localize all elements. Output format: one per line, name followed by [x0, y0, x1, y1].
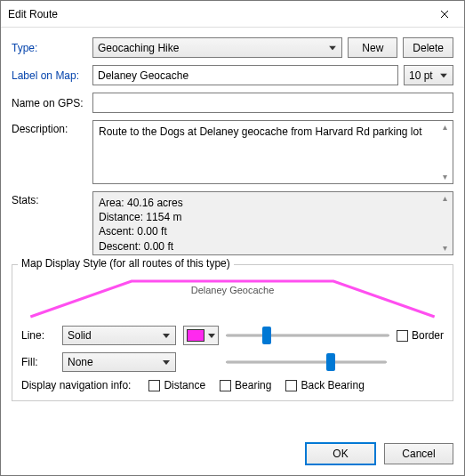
chevron-down-icon [163, 360, 170, 365]
font-size-combo[interactable]: 10 pt [404, 65, 453, 85]
window-title: Edit Route [8, 8, 424, 20]
label-type: Type: [12, 42, 87, 54]
name-on-gps-label: Name on GPS: [12, 97, 87, 109]
slider-thumb[interactable] [326, 353, 335, 371]
chevron-down-icon [163, 334, 170, 338]
scroll-up-icon[interactable]: ▴ [438, 194, 451, 203]
row-type: Type: Geocaching Hike New Delete [12, 37, 453, 58]
title-bar: Edit Route [1, 1, 464, 28]
cancel-button[interactable]: Cancel [384, 443, 453, 464]
description-textarea[interactable]: Route to the Dogs at Delaney geocache fr… [92, 120, 453, 184]
chevron-down-icon [440, 73, 447, 77]
ok-button[interactable]: OK [306, 443, 375, 464]
scroll-down-icon[interactable]: ▾ [438, 244, 451, 253]
checkbox-box [148, 380, 160, 391]
type-combo[interactable]: Geocaching Hike [92, 37, 342, 58]
row-nav-info: Display navigation info: Distance Bearin… [21, 379, 444, 391]
scroll-up-icon[interactable]: ▴ [438, 123, 451, 132]
distance-checkbox[interactable]: Distance [148, 379, 205, 391]
checkbox-box [397, 330, 408, 342]
dialog-body: Type: Geocaching Hike New Delete Label o… [1, 28, 464, 434]
stats-label: Stats: [12, 191, 87, 206]
route-preview-line [21, 274, 444, 319]
chevron-down-icon [208, 334, 215, 338]
row-label-on-map: Label on Map: 10 pt [12, 65, 453, 85]
name-on-gps-input[interactable] [92, 93, 453, 113]
row-description: Description: Route to the Dogs at Delane… [12, 120, 453, 184]
dialog-footer: OK Cancel [1, 434, 464, 475]
map-display-style-group: Map Display Style (for all routes of thi… [12, 264, 453, 401]
scroll-down-icon[interactable]: ▾ [438, 173, 451, 182]
distance-label: Distance [164, 379, 205, 391]
checkbox-box [285, 380, 297, 391]
close-icon [440, 10, 449, 19]
back-bearing-checkbox[interactable]: Back Bearing [285, 379, 364, 391]
slider-track [226, 361, 387, 364]
row-stats: Stats: Area: 40.16 acres Distance: 1154 … [12, 191, 453, 255]
row-name-on-gps: Name on GPS: [12, 93, 453, 113]
label-on-map-input[interactable] [92, 65, 398, 85]
row-line-style: Line: Solid Border [21, 326, 444, 345]
close-button[interactable] [424, 1, 464, 28]
description-text: Route to the Dogs at Delaney geocache fr… [99, 125, 422, 138]
description-label: Description: [12, 120, 87, 135]
line-width-slider[interactable] [226, 326, 389, 345]
bearing-label: Bearing [235, 379, 271, 391]
chevron-down-icon [329, 45, 336, 50]
stats-box: Area: 40.16 acres Distance: 1154 m Ascen… [92, 191, 453, 255]
new-button[interactable]: New [348, 37, 397, 58]
fill-opacity-slider[interactable] [226, 352, 387, 372]
label-on-map-label: Label on Map: [12, 69, 87, 82]
row-fill-style: Fill: None [21, 352, 444, 372]
back-bearing-label: Back Bearing [301, 379, 364, 391]
bearing-checkbox[interactable]: Bearing [220, 379, 271, 391]
line-style-combo[interactable]: Solid [62, 326, 176, 345]
fill-style-value: None [68, 356, 93, 368]
fill-style-combo[interactable]: None [62, 352, 176, 372]
preview-label: Delaney Geocache [191, 285, 275, 295]
stats-descent: Descent: 0.00 ft [99, 239, 447, 254]
stats-ascent: Ascent: 0.00 ft [99, 224, 447, 238]
slider-track [226, 335, 389, 337]
slider-thumb[interactable] [262, 327, 271, 344]
stats-distance: Distance: 1154 m [99, 210, 447, 224]
font-size-value: 10 pt [409, 69, 433, 82]
style-preview: Delaney Geocache [21, 274, 444, 319]
line-label: Line: [21, 329, 55, 342]
line-color-button[interactable] [183, 326, 219, 345]
delete-button[interactable]: Delete [403, 37, 453, 58]
border-checkbox[interactable]: Border [397, 329, 444, 342]
stats-area: Area: 40.16 acres [99, 196, 447, 210]
checkbox-box [220, 380, 231, 391]
line-style-value: Solid [68, 329, 92, 342]
type-value: Geocaching Hike [98, 42, 179, 54]
border-label: Border [412, 329, 444, 342]
fill-label: Fill: [21, 356, 55, 368]
nav-info-label: Display navigation info: [21, 379, 131, 391]
group-title: Map Display Style (for all routes of thi… [18, 257, 234, 270]
color-swatch [187, 329, 204, 342]
